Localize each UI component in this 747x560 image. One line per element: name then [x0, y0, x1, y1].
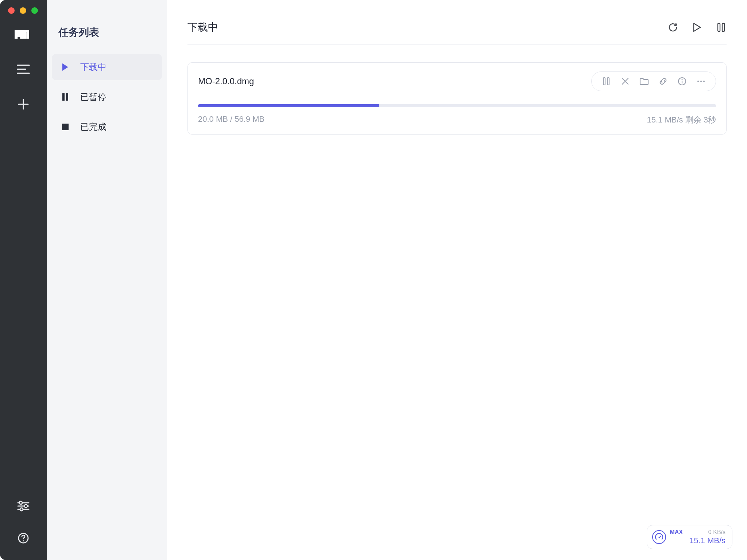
settings-button[interactable] — [15, 497, 32, 515]
add-task-button[interactable] — [15, 96, 32, 113]
main-panel: 下载中 MO-2.0.0.dmg — [167, 0, 747, 560]
svg-point-15 — [697, 81, 699, 82]
task-card[interactable]: MO-2.0.0.dmg — [187, 62, 727, 135]
main-header: 下载中 — [187, 20, 727, 45]
refresh-button[interactable] — [667, 22, 678, 33]
page-title: 下载中 — [187, 20, 667, 34]
sidebar-item-label: 已暂停 — [80, 91, 107, 103]
task-actions-toolbar — [591, 71, 716, 91]
svg-rect-12 — [607, 78, 609, 85]
svg-rect-7 — [66, 93, 68, 101]
resume-all-button[interactable] — [692, 22, 703, 33]
sidebar-item-paused[interactable]: 已暂停 — [52, 84, 162, 110]
window-controls — [8, 7, 38, 14]
svg-point-1 — [19, 501, 22, 504]
nav-rail: m — [0, 0, 47, 560]
stop-icon — [61, 122, 70, 132]
svg-rect-9 — [718, 23, 720, 31]
svg-point-2 — [24, 505, 27, 508]
task-list: MO-2.0.0.dmg — [187, 45, 727, 135]
close-window-button[interactable] — [8, 7, 15, 14]
svg-point-18 — [659, 537, 660, 538]
task-bottom-row: 20.0 MB / 56.9 MB 15.1 MB/s 剩余 3秒 — [198, 114, 716, 125]
task-top-row: MO-2.0.0.dmg — [198, 71, 716, 91]
sidebar-title: 任务列表 — [58, 26, 167, 39]
pause-all-button[interactable] — [716, 22, 727, 33]
svg-rect-11 — [603, 78, 605, 85]
task-more-button[interactable] — [692, 73, 711, 89]
pause-icon — [61, 92, 70, 102]
speed-badge[interactable]: MAX 0 KB/s 15.1 MB/s — [647, 525, 732, 549]
task-info-button[interactable] — [673, 73, 692, 89]
svg-text:m: m — [15, 29, 28, 40]
task-size-text: 20.0 MB / 56.9 MB — [198, 114, 647, 125]
svg-point-3 — [20, 508, 23, 511]
app-window: m 任务列表 下载中 — [0, 0, 747, 560]
header-actions — [667, 22, 727, 33]
task-filename: MO-2.0.0.dmg — [198, 76, 591, 86]
speed-texts: MAX 0 KB/s 15.1 MB/s — [670, 529, 725, 545]
task-copy-link-button[interactable] — [654, 73, 673, 89]
task-pause-button[interactable] — [597, 73, 616, 89]
svg-point-17 — [703, 81, 705, 82]
sidebar-item-downloading[interactable]: 下载中 — [52, 54, 162, 80]
tasks-nav-button[interactable] — [15, 61, 32, 78]
sidebar-item-label: 已完成 — [80, 121, 107, 133]
help-button[interactable] — [15, 529, 32, 547]
task-cancel-button[interactable] — [616, 73, 635, 89]
svg-rect-10 — [722, 23, 724, 31]
task-speed-eta-text: 15.1 MB/s 剩余 3秒 — [647, 114, 716, 125]
svg-rect-8 — [62, 124, 69, 130]
app-logo-icon: m — [15, 29, 32, 40]
speedometer-icon — [652, 530, 666, 544]
svg-rect-6 — [62, 93, 65, 101]
speed-download-value: 15.1 MB/s — [689, 536, 725, 545]
sidebar: 任务列表 下载中 已暂停 已完成 — [47, 0, 167, 560]
svg-point-5 — [23, 540, 24, 541]
fullscreen-window-button[interactable] — [31, 7, 38, 14]
play-icon — [61, 62, 70, 72]
sidebar-item-completed[interactable]: 已完成 — [52, 114, 162, 140]
task-progress-track — [198, 104, 716, 107]
task-progress-bar — [198, 104, 379, 107]
sidebar-items: 下载中 已暂停 已完成 — [47, 54, 167, 140]
minimize-window-button[interactable] — [20, 7, 26, 14]
svg-point-16 — [700, 81, 702, 82]
svg-point-14 — [682, 79, 683, 80]
speed-upload-value: 0 KB/s — [708, 529, 725, 536]
speed-max-label: MAX — [670, 529, 683, 536]
sidebar-item-label: 下载中 — [80, 61, 107, 73]
task-open-folder-button[interactable] — [635, 73, 654, 89]
